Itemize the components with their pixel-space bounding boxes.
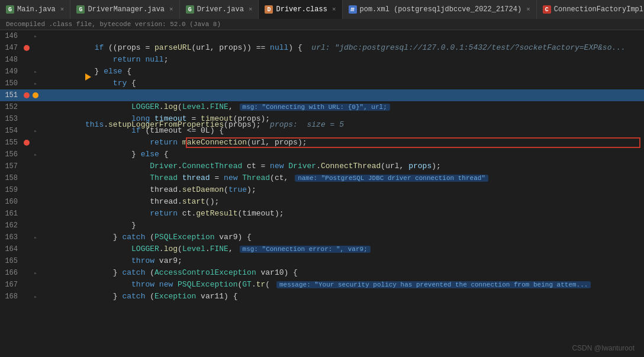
editor-area: 146 ▸ 147 148 149 ▸ bbox=[0, 30, 644, 357]
code-text-163: } catch (PSQLException var9) { bbox=[39, 231, 252, 243]
line-number-148: 148 bbox=[0, 56, 21, 64]
line-number-149: 149 bbox=[0, 67, 21, 76]
margin-row-157: 157 bbox=[0, 160, 39, 172]
gutter-fold-146[interactable]: ▸ bbox=[32, 33, 39, 40]
line-number-161: 161 bbox=[0, 210, 21, 218]
gutter-fold-151 bbox=[32, 92, 39, 98]
code-row-156: } else { bbox=[39, 149, 644, 160]
code-row-165: throw var9; bbox=[39, 255, 644, 267]
tab-icon-connection-factory: C bbox=[543, 5, 551, 14]
code-text-152: LOGGER.log(Level.FINE, msg: "Connecting … bbox=[39, 101, 392, 113]
line-number-151: 151 bbox=[0, 91, 21, 99]
tab-close-main-java[interactable]: × bbox=[60, 6, 65, 13]
margin-row-151: 151 bbox=[0, 89, 39, 101]
code-row-162: } bbox=[39, 220, 644, 231]
line-number-163: 163 bbox=[0, 233, 21, 242]
tab-driver-manager[interactable]: G DriverManager.java × bbox=[70, 0, 179, 19]
code-row-151: this.setupLoggerFromProperties(props); p… bbox=[39, 89, 644, 101]
breakpoint-dot-147 bbox=[24, 45, 30, 51]
line-number-147: 147 bbox=[0, 44, 21, 52]
tab-icon-driver-class: D bbox=[265, 5, 273, 14]
breakpoint-dot-151 bbox=[24, 92, 30, 98]
code-text-162: } bbox=[39, 220, 136, 231]
tab-label-pom-xml: pom.xml (postgresqljdbccve_2022_21724) bbox=[360, 5, 522, 14]
code-row-155: return makeConnection(url, props); bbox=[39, 137, 644, 149]
gutter-bp-155 bbox=[22, 140, 31, 146]
line-number-164: 164 bbox=[0, 245, 21, 253]
gutter-fold-154[interactable]: ▸ bbox=[32, 128, 39, 134]
margin-row-159: 159 bbox=[0, 184, 39, 196]
tab-close-driver-java[interactable]: × bbox=[249, 6, 253, 13]
tab-driver-java[interactable]: G Driver.java × bbox=[180, 0, 259, 19]
tab-label-main-java: Main.java bbox=[17, 5, 56, 14]
margin-row-148: 148 bbox=[0, 54, 39, 66]
line-number-162: 162 bbox=[0, 221, 21, 230]
code-text-159: thread.setDaemon(true); bbox=[39, 184, 256, 196]
margin-row-164: 164 bbox=[0, 243, 39, 255]
margin-row-162: 162 bbox=[0, 220, 39, 231]
line-number-154: 154 bbox=[0, 127, 21, 135]
code-row-164: LOGGER.log(Level.FINE, msg: "Connection … bbox=[39, 243, 644, 255]
gutter-fold-166[interactable]: ▸ bbox=[32, 270, 39, 276]
breakpoint-dot-155 bbox=[24, 140, 30, 146]
line-number-153: 153 bbox=[0, 115, 21, 123]
line-number-155: 155 bbox=[0, 139, 21, 147]
tab-close-pom-xml[interactable]: × bbox=[526, 6, 530, 13]
tab-label-connection-factory: ConnectionFactoryImpl.class bbox=[554, 5, 644, 14]
tab-close-driver-manager[interactable]: × bbox=[169, 6, 173, 13]
code-row-167: throw new PSQLException(GT.tr( message: … bbox=[39, 279, 644, 291]
code-row-154: if (timeout <= 0L) { bbox=[39, 125, 644, 137]
tab-close-driver-class[interactable]: × bbox=[332, 6, 336, 13]
code-row-152: LOGGER.log(Level.FINE, msg: "Connecting … bbox=[39, 101, 644, 113]
margin-row-166: 166 ▸ bbox=[0, 267, 39, 279]
margin-row-152: 152 bbox=[0, 101, 39, 113]
margin-row-154: 154 ▸ bbox=[0, 125, 39, 137]
margin-row-147: 147 bbox=[0, 42, 39, 54]
tab-pom-xml[interactable]: m pom.xml (postgresqljdbccve_2022_21724)… bbox=[343, 0, 537, 19]
gutter-fold-156[interactable]: ▸ bbox=[32, 152, 39, 158]
gutter-fold-150[interactable]: ▸ bbox=[32, 81, 39, 87]
code-text-161: return ct.getResult(timeout); bbox=[39, 208, 284, 220]
info-bar-text: Decompiled .class file, bytecode version… bbox=[6, 21, 221, 28]
code-row-160: thread.start(); bbox=[39, 196, 644, 208]
code-row-157: Driver.ConnectThread ct = new Driver.Con… bbox=[39, 160, 644, 172]
margin-row-163: 163 ▸ bbox=[0, 231, 39, 243]
margin-row-160: 160 bbox=[0, 196, 39, 208]
gutter-fold-149[interactable]: ▸ bbox=[32, 69, 39, 75]
code-row-163: } catch (PSQLException var9) { bbox=[39, 231, 644, 243]
margin-row-153: 153 bbox=[0, 113, 39, 125]
code-content: if ((props = parseURL(url, props)) == nu… bbox=[39, 30, 644, 357]
margin-row-161: 161 bbox=[0, 208, 39, 220]
code-row-158: Thread thread = new Thread(ct, name: "Po… bbox=[39, 172, 644, 184]
code-text-164: LOGGER.log(Level.FINE, msg: "Connection … bbox=[39, 243, 372, 255]
code-text-160: thread.start(); bbox=[39, 196, 219, 208]
code-text-165: throw var9; bbox=[39, 255, 182, 267]
line-number-157: 157 bbox=[0, 162, 21, 171]
code-text-168: } catch (Exception var11) { bbox=[39, 291, 238, 303]
tab-driver-class[interactable]: D Driver.class × bbox=[259, 0, 342, 19]
info-bar: Decompiled .class file, bytecode version… bbox=[0, 19, 644, 30]
code-row-159: thread.setDaemon(true); bbox=[39, 184, 644, 196]
tab-bar: G Main.java × G DriverManager.java × G D… bbox=[0, 0, 644, 19]
execution-arrow-151 bbox=[85, 73, 91, 81]
line-number-152: 152 bbox=[0, 103, 21, 111]
line-number-150: 150 bbox=[0, 79, 21, 88]
margin-row-150: 150 ▸ bbox=[0, 78, 39, 89]
tab-label-driver-manager: DriverManager.java bbox=[88, 5, 165, 14]
code-row-166: } catch (AccessControlException var10) { bbox=[39, 267, 644, 279]
tab-main-java[interactable]: G Main.java × bbox=[0, 0, 70, 19]
code-row-153: long timeout = timeout(props); bbox=[39, 113, 644, 125]
tab-connection-factory[interactable]: C ConnectionFactoryImpl.class × bbox=[537, 0, 644, 19]
gutter-bp-151 bbox=[22, 92, 31, 98]
margin-row-155: 155 bbox=[0, 137, 39, 149]
code-text-153: long timeout = timeout(props); bbox=[39, 113, 270, 125]
gutter-fold-163[interactable]: ▸ bbox=[32, 234, 39, 241]
tab-label-driver-class: Driver.class bbox=[276, 5, 327, 14]
margin-row-167: 167 bbox=[0, 279, 39, 291]
code-row-147: if ((props = parseURL(url, props)) == nu… bbox=[39, 42, 644, 54]
watermark: CSDN @Iwanturoot bbox=[572, 344, 635, 352]
gutter-fold-168[interactable]: ▸ bbox=[32, 294, 39, 300]
tab-icon-main-java: G bbox=[6, 5, 14, 14]
line-number-168: 168 bbox=[0, 292, 21, 301]
ide-window: G Main.java × G DriverManager.java × G D… bbox=[0, 0, 644, 357]
